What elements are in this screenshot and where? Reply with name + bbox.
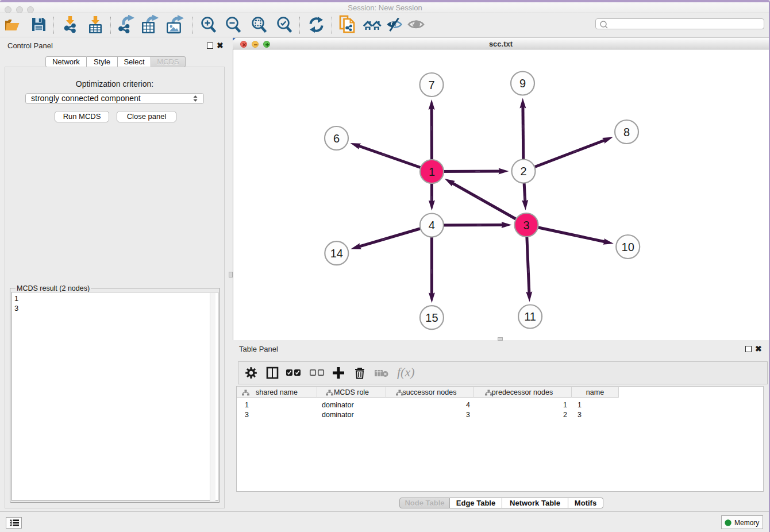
svg-text:3: 3	[523, 219, 529, 232]
svg-text:8: 8	[623, 126, 630, 138]
svg-text:7: 7	[428, 79, 434, 91]
svg-text:2: 2	[520, 165, 526, 178]
svg-text:1: 1	[429, 165, 435, 178]
svg-text:15: 15	[425, 311, 438, 324]
svg-text:14: 14	[330, 247, 343, 260]
svg-text:10: 10	[622, 241, 634, 253]
svg-text:6: 6	[333, 132, 340, 145]
svg-text:4: 4	[429, 219, 435, 232]
svg-text:11: 11	[524, 310, 536, 323]
svg-text:9: 9	[519, 77, 526, 90]
